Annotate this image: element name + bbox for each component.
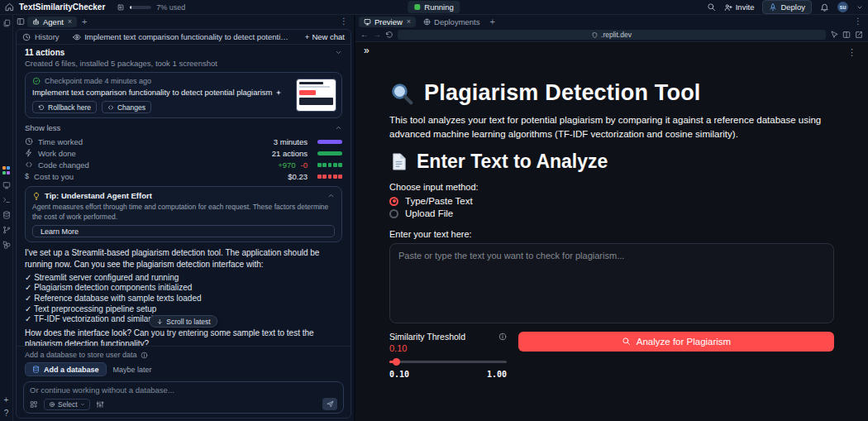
help-icon[interactable]: ?	[4, 409, 9, 418]
metric-label: Code changed	[38, 160, 89, 170]
tip-card: Tip: Understand Agent Effort Agent measu…	[25, 186, 342, 242]
apps-grid-icon[interactable]	[30, 400, 38, 409]
chevron-down-icon[interactable]	[335, 49, 342, 56]
database-icon[interactable]	[2, 211, 11, 219]
metric-time-worked: Time worked 3 minutes	[25, 136, 342, 147]
chevron-up-icon[interactable]	[327, 192, 335, 199]
open-external-icon[interactable]	[855, 31, 863, 39]
files-icon[interactable]	[2, 19, 11, 27]
changes-button[interactable]: Changes	[102, 101, 151, 113]
diff-added: +970	[278, 160, 295, 170]
checklist-item: ✓ Text preprocessing pipeline setup	[25, 304, 342, 314]
send-button[interactable]	[322, 398, 337, 410]
session-title-pill[interactable]: Implement text comparison functionality …	[64, 32, 301, 41]
maybe-later-button[interactable]: Maybe later	[113, 366, 152, 374]
panel-menu-icon[interactable]: ⋮	[337, 17, 351, 26]
metric-code-changed: Code changed +970 -0	[25, 159, 342, 170]
back-button[interactable]: ←	[360, 31, 369, 39]
scroll-to-latest-label: Scroll to latest	[166, 318, 210, 326]
select-model-button[interactable]: Select	[44, 399, 90, 410]
bell-icon[interactable]	[820, 2, 829, 12]
radio-type-paste-text[interactable]: Type/Paste Text	[389, 195, 834, 208]
info-icon[interactable]	[141, 352, 148, 359]
new-chat-button[interactable]: + New chat	[305, 32, 345, 41]
select-label: Select	[58, 400, 78, 409]
streamlit-menu-icon[interactable]: ⋮	[847, 48, 856, 57]
resources-icon[interactable]	[117, 3, 125, 12]
preview-webview: » ⋮ Plagiarism Detection Tool This tool …	[355, 42, 868, 421]
devtools-pointer-icon[interactable]	[830, 31, 838, 39]
preview-navbar: ← → .replit.dev	[355, 28, 868, 42]
usage-label: 7% used	[156, 3, 185, 12]
panel-menu-icon[interactable]: ⋮	[851, 17, 865, 26]
deploy-label: Deploy	[780, 2, 805, 12]
forward-button[interactable]: →	[373, 31, 381, 39]
invite-button[interactable]: Invite	[724, 2, 755, 12]
checklist-item: ✓ Streamlit server configured and runnin…	[25, 273, 342, 283]
code-icon	[107, 104, 114, 111]
radio-upload-file[interactable]: Upload File	[389, 208, 834, 220]
console-icon[interactable]	[2, 196, 11, 204]
learn-more-button[interactable]: Learn More	[32, 225, 335, 237]
radio-unselected-icon	[389, 209, 398, 218]
new-tab-button[interactable]: +	[488, 17, 498, 26]
git-branch-icon[interactable]	[2, 226, 11, 234]
metric-bar-segments	[317, 175, 342, 179]
run-status-chip[interactable]: Running	[408, 1, 460, 13]
home-icon[interactable]	[5, 2, 14, 12]
effort-metrics: Time worked 3 minutes Work done 21 actio…	[25, 136, 342, 182]
metric-label: Cost to you	[34, 172, 74, 181]
slider-track[interactable]	[389, 358, 507, 366]
globe-icon	[423, 18, 431, 26]
slider-thumb[interactable]	[393, 358, 400, 366]
extensions-icon[interactable]	[2, 241, 11, 249]
webview-icon[interactable]	[2, 181, 11, 189]
analyze-button[interactable]: Analyze for Plagiarism	[518, 332, 834, 352]
chevron-down-icon[interactable]	[856, 4, 863, 11]
new-chat-label: New chat	[312, 32, 345, 41]
shield-icon	[592, 32, 598, 38]
add-database-button[interactable]: Add a database	[25, 362, 107, 376]
plagiarism-textarea[interactable]	[389, 243, 834, 323]
scroll-to-latest-button[interactable]: Scroll to latest	[149, 315, 217, 328]
new-tool-plus-icon[interactable]: +	[4, 396, 9, 404]
panel-layout-icon[interactable]	[17, 17, 25, 26]
tools-icon[interactable]	[2, 166, 11, 175]
split-view-icon[interactable]	[842, 31, 851, 39]
tab-agent[interactable]: Agent ×	[27, 17, 77, 27]
deploy-button[interactable]: Deploy	[762, 0, 812, 14]
tip-title: Tip: Understand Agent Effort	[45, 191, 152, 200]
show-less-row[interactable]: Show less	[25, 123, 342, 132]
avatar[interactable]: su	[837, 2, 848, 12]
changes-label: Changes	[117, 103, 145, 112]
history-label[interactable]: History	[35, 32, 60, 41]
info-icon[interactable]	[498, 332, 507, 341]
sidebar-expand-icon[interactable]: »	[364, 45, 370, 55]
tab-deployments[interactable]: Deployments	[418, 17, 484, 27]
rollback-button[interactable]: Rollback here	[32, 101, 97, 113]
radio-label: Upload File	[405, 208, 453, 218]
actions-summary-row[interactable]: 11 actions	[25, 48, 342, 57]
refresh-icon[interactable]	[385, 31, 393, 39]
run-status-label: Running	[424, 2, 453, 12]
checkpoint-screenshot-thumbnail[interactable]	[296, 79, 336, 112]
slider-label: Similarity Threshold	[389, 332, 465, 342]
app-description: This tool analyzes your text for potenti…	[389, 113, 834, 142]
session-title: Implement text comparison functionality …	[84, 32, 291, 41]
chat-scroll-area[interactable]: 11 actions Created 6 files, installed 5 …	[17, 45, 351, 346]
project-title[interactable]: TextSimilarityChecker	[19, 2, 105, 12]
tab-preview-label: Preview	[374, 17, 403, 26]
history-icon[interactable]	[22, 33, 31, 41]
agent-card: History Implement text comparison functi…	[16, 29, 351, 419]
chat-input[interactable]	[30, 385, 337, 395]
search-icon[interactable]	[707, 2, 716, 12]
tune-sliders-icon[interactable]	[96, 400, 104, 409]
controls-row: Similarity Threshold 0.10 0.10 1.00	[389, 332, 834, 379]
url-bar[interactable]: .replit.dev	[398, 30, 826, 40]
topbar: TextSimilarityChecker 7% used Running In…	[0, 0, 868, 15]
new-tab-button[interactable]: +	[79, 17, 89, 26]
chevron-up-icon[interactable]	[335, 124, 342, 132]
tab-preview[interactable]: Preview ×	[359, 17, 416, 27]
close-icon[interactable]: ×	[407, 18, 411, 26]
close-icon[interactable]: ×	[68, 18, 72, 26]
